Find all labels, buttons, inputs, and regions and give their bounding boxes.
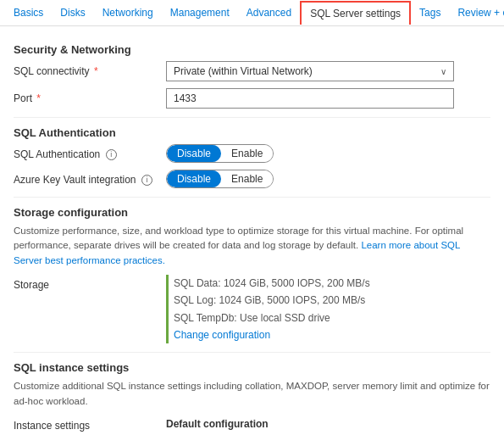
divider-1: [14, 117, 490, 118]
sql-auth-heading: SQL Authentication: [14, 126, 490, 139]
sql-connectivity-value: Private (within Virtual Network): [174, 65, 313, 77]
sql-auth-label: SQL Authentication i: [14, 144, 166, 160]
instance-value: Default configuration MAXDOP: 0 SQL Serv…: [166, 415, 490, 435]
storage-row: Storage SQL Data: 1024 GiB, 5000 IOPS, 2…: [14, 275, 490, 344]
key-vault-row: Azure Key Vault integration i Disable En…: [14, 170, 490, 188]
instance-row: Instance settings Default configuration …: [14, 415, 490, 435]
port-label: Port *: [14, 88, 166, 104]
port-input[interactable]: [166, 88, 454, 109]
key-vault-enable-button[interactable]: Enable: [221, 170, 273, 187]
storage-log-line: SQL Log: 1024 GiB, 5000 IOPS, 200 MB/s: [174, 294, 365, 306]
storage-description: Customize performance, size, and workloa…: [14, 224, 490, 268]
sql-auth-enable-button[interactable]: Enable: [221, 145, 273, 162]
storage-data-line: SQL Data: 1024 GiB, 5000 IOPS, 200 MB/s: [174, 277, 370, 289]
sql-auth-info-icon[interactable]: i: [106, 149, 117, 160]
key-vault-toggle-group: Disable Enable: [166, 170, 274, 188]
storage-value-control: SQL Data: 1024 GiB, 5000 IOPS, 200 MB/s …: [166, 275, 490, 344]
tab-tags[interactable]: Tags: [411, 0, 449, 25]
storage-heading: Storage configuration: [14, 206, 490, 219]
dropdown-arrow-icon: ∨: [440, 67, 446, 76]
required-marker: *: [91, 65, 98, 77]
port-row: Port *: [14, 88, 490, 109]
key-vault-label: Azure Key Vault integration i: [14, 170, 166, 186]
storage-change-link[interactable]: Change configuration: [174, 326, 490, 343]
sql-connectivity-row: SQL connectivity * Private (within Virtu…: [14, 61, 490, 81]
tab-basics[interactable]: Basics: [5, 0, 52, 25]
security-networking-heading: Security & Networking: [14, 43, 490, 56]
instance-heading: SQL instance settings: [14, 361, 490, 374]
storage-value: SQL Data: 1024 GiB, 5000 IOPS, 200 MB/s …: [166, 275, 490, 344]
key-vault-disable-button[interactable]: Disable: [167, 170, 221, 187]
sql-auth-toggle-control: Disable Enable: [166, 144, 490, 163]
instance-description: Customize additional SQL instance settin…: [14, 379, 490, 409]
divider-3: [14, 352, 490, 353]
port-required-marker: *: [34, 92, 41, 104]
divider-2: [14, 197, 490, 198]
instance-config-heading: Default configuration: [166, 415, 490, 432]
storage-tempdb-line: SQL TempDb: Use local SSD drive: [174, 312, 330, 324]
key-vault-info-icon[interactable]: i: [141, 175, 152, 186]
tab-management[interactable]: Management: [162, 0, 238, 25]
key-vault-toggle-control: Disable Enable: [166, 170, 490, 188]
sql-auth-disable-button[interactable]: Disable: [167, 145, 221, 162]
tab-review-create[interactable]: Review + create: [449, 0, 504, 25]
tab-sql-server-settings[interactable]: SQL Server settings: [300, 1, 411, 25]
storage-label: Storage: [14, 275, 166, 291]
tab-advanced[interactable]: Advanced: [238, 0, 300, 25]
tab-disks[interactable]: Disks: [52, 0, 93, 25]
sql-auth-row: SQL Authentication i Disable Enable: [14, 144, 490, 163]
sql-connectivity-label: SQL connectivity *: [14, 61, 166, 77]
instance-value-control: Default configuration MAXDOP: 0 SQL Serv…: [166, 415, 490, 435]
sql-connectivity-dropdown[interactable]: Private (within Virtual Network) ∨: [166, 61, 454, 81]
sql-auth-toggle-group: Disable Enable: [166, 144, 274, 163]
port-control: [166, 88, 490, 109]
tab-networking[interactable]: Networking: [94, 0, 162, 25]
instance-label: Instance settings: [14, 415, 166, 432]
main-content: Security & Networking SQL connectivity *…: [0, 26, 504, 435]
sql-connectivity-control: Private (within Virtual Network) ∨: [166, 61, 490, 81]
nav-tabs: Basics Disks Networking Management Advan…: [0, 0, 504, 26]
